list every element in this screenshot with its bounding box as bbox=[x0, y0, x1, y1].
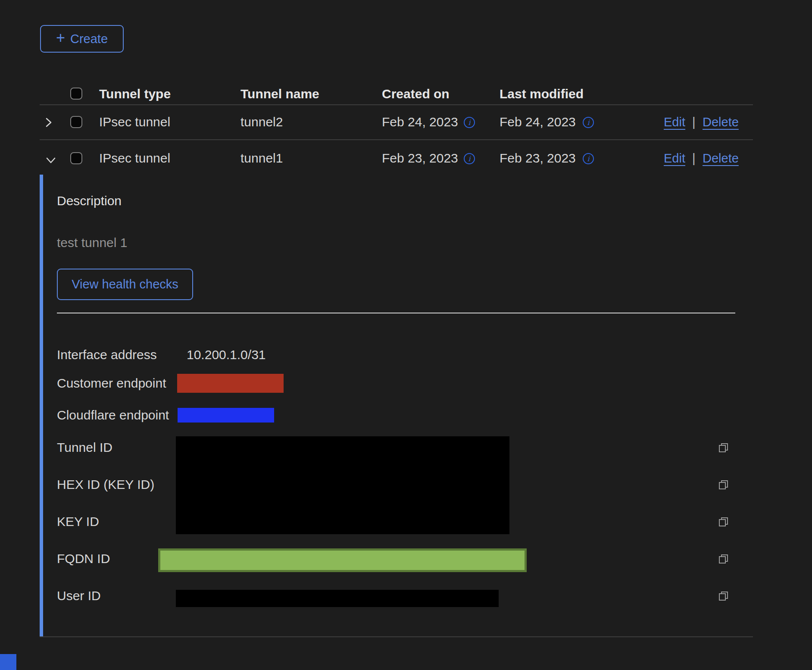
user-id-redaction bbox=[176, 590, 499, 607]
info-glyph: i bbox=[468, 155, 470, 163]
info-icon[interactable]: i bbox=[583, 117, 594, 128]
fqdn-id-redaction bbox=[158, 548, 527, 572]
create-button-label: Create bbox=[70, 32, 108, 46]
row-checkbox[interactable] bbox=[70, 116, 82, 128]
edit-link[interactable]: Edit bbox=[664, 114, 685, 130]
info-icon[interactable]: i bbox=[583, 153, 594, 164]
chevron-down-icon[interactable] bbox=[45, 154, 57, 166]
ids-redaction bbox=[176, 436, 509, 534]
last-modified-cell: Feb 24, 2023 bbox=[500, 114, 576, 130]
description-label: Description bbox=[57, 193, 122, 209]
created-on-cell: Feb 24, 2023 bbox=[382, 114, 458, 130]
cloudflare-endpoint-label: Cloudflare endpoint bbox=[57, 407, 169, 423]
interface-address-value: 10.200.1.0/31 bbox=[187, 347, 266, 363]
copy-icon[interactable] bbox=[718, 479, 729, 490]
column-header-tunnel-name: Tunnel name bbox=[240, 86, 319, 102]
bottom-left-blue-square bbox=[0, 654, 16, 670]
create-button[interactable]: + Create bbox=[40, 25, 124, 53]
row-divider bbox=[40, 139, 753, 140]
section-divider bbox=[57, 313, 735, 313]
edit-link[interactable]: Edit bbox=[664, 150, 685, 166]
info-icon[interactable]: i bbox=[464, 117, 475, 128]
info-glyph: i bbox=[587, 119, 589, 126]
copy-icon[interactable] bbox=[718, 442, 729, 453]
header-divider bbox=[40, 104, 753, 105]
column-header-last-modified: Last modified bbox=[500, 86, 584, 102]
copy-icon[interactable] bbox=[718, 553, 729, 564]
copy-icon[interactable] bbox=[718, 590, 729, 601]
expanded-row-accent-bar bbox=[40, 175, 43, 637]
delete-link[interactable]: Delete bbox=[703, 114, 739, 130]
customer-endpoint-redaction bbox=[177, 374, 284, 393]
column-header-created-on: Created on bbox=[382, 86, 450, 102]
created-on-cell: Feb 23, 2023 bbox=[382, 150, 458, 166]
tunnel-name-cell: tunnel2 bbox=[240, 114, 283, 130]
fqdn-id-label: FQDN ID bbox=[57, 551, 110, 567]
info-glyph: i bbox=[468, 119, 470, 126]
action-separator: | bbox=[692, 150, 696, 166]
description-value: test tunnel 1 bbox=[57, 235, 127, 251]
info-glyph: i bbox=[587, 155, 589, 163]
user-id-label: User ID bbox=[57, 588, 101, 604]
view-health-checks-button[interactable]: View health checks bbox=[57, 269, 193, 300]
plus-icon: + bbox=[56, 29, 65, 47]
cloudflare-endpoint-redaction bbox=[178, 408, 274, 423]
tunnel-type-cell: IPsec tunnel bbox=[99, 150, 170, 166]
tunnel-id-label: Tunnel ID bbox=[57, 439, 112, 456]
view-health-checks-label: View health checks bbox=[72, 277, 178, 291]
tunnel-name-cell: tunnel1 bbox=[240, 150, 283, 166]
tunnels-page: + Create Tunnel type Tunnel name Created… bbox=[0, 0, 812, 670]
last-modified-cell: Feb 23, 2023 bbox=[500, 150, 576, 166]
action-separator: | bbox=[692, 114, 696, 130]
column-header-tunnel-type: Tunnel type bbox=[99, 86, 171, 102]
customer-endpoint-label: Customer endpoint bbox=[57, 375, 166, 391]
key-id-label: KEY ID bbox=[57, 513, 99, 530]
delete-link[interactable]: Delete bbox=[703, 150, 739, 166]
panel-bottom-divider bbox=[40, 636, 753, 637]
interface-address-label: Interface address bbox=[57, 347, 157, 363]
hex-id-label: HEX ID (KEY ID) bbox=[57, 476, 154, 493]
row-checkbox[interactable] bbox=[70, 152, 82, 164]
select-all-checkbox[interactable] bbox=[70, 88, 82, 100]
tunnel-type-cell: IPsec tunnel bbox=[99, 114, 170, 130]
info-icon[interactable]: i bbox=[464, 153, 475, 164]
copy-icon[interactable] bbox=[718, 516, 729, 527]
chevron-right-icon[interactable] bbox=[42, 116, 54, 128]
